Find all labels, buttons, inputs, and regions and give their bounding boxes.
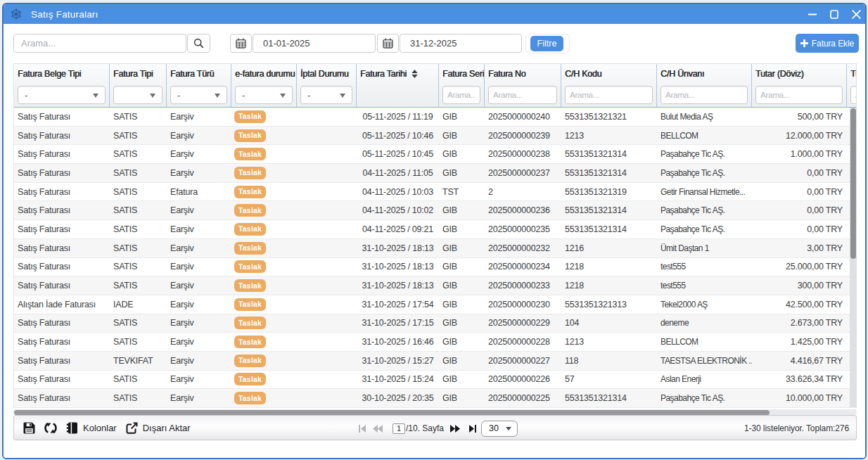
status-badge[interactable]: Taslak [234,317,266,329]
table-row[interactable]: Satış FaturasıSATISEarşivTaslak05-11-202… [14,108,857,127]
table-row[interactable]: Satış FaturasıTEVKIFATEarşivTaslak31-10-… [14,352,857,371]
table-row[interactable]: Satış FaturasıSATISEarşivTaslak30-10-202… [14,389,857,408]
column-header-11[interactable]: Tu [847,64,857,83]
search-input[interactable] [13,34,186,53]
column-header-9[interactable]: C/H Ünvanı [657,64,752,83]
status-badge[interactable]: Taslak [234,129,266,142]
table-row[interactable]: Satış FaturasıSATISEarşivTaslak05-11-202… [14,127,857,146]
table-cell: 1218 [561,258,657,276]
status-badge[interactable]: Taslak [234,373,266,385]
table-row[interactable]: Satış FaturasıSATISEarşivTaslak04-11-202… [14,220,857,239]
status-badge[interactable]: Taslak [234,336,266,348]
column-filter-cell-8 [561,83,657,107]
status-badge[interactable]: Taslak [234,298,266,311]
table-cell [297,127,357,145]
columns-icon [66,422,78,434]
search-button[interactable] [187,34,210,53]
status-badge[interactable]: Taslak [234,392,266,404]
table-row[interactable]: Satış FaturasıSATISEfaturaTaslak04-11-20… [14,183,857,202]
save-button[interactable] [23,422,35,434]
filter-select-4[interactable]: - [300,86,352,104]
close-button[interactable] [852,10,861,19]
table-cell: 118 [561,352,657,370]
horizontal-scrollbar-thumb[interactable] [14,410,770,415]
export-button[interactable]: Dışarı Aktar [126,422,191,434]
first-page-button[interactable] [359,425,366,433]
filter-select-3[interactable]: - [235,86,293,104]
filter-select-2[interactable]: - [170,86,227,104]
table-cell: GIB [439,201,485,219]
column-header-8[interactable]: C/H Kodu [561,64,657,83]
status-badge[interactable]: Taslak [234,204,266,217]
date-to-input[interactable] [400,34,522,53]
column-header-2[interactable]: Fatura Türü [167,64,231,83]
status-badge[interactable]: Taslak [234,186,266,198]
table-cell: 31-10-2025 / 16:46 [357,333,439,351]
previous-page-icon [373,425,383,433]
column-header-5[interactable]: Fatura Tarihi [357,64,439,83]
table-row[interactable]: Satış FaturasıSATISEarşivTaslak04-11-202… [14,201,857,220]
minimize-button[interactable] [808,10,817,18]
column-header-7[interactable]: Fatura No [485,64,561,83]
column-header-0[interactable]: Fatura Belge Tipi [14,64,110,83]
filter-input-6[interactable] [442,86,480,104]
column-header-4[interactable]: İptal Durumu [297,64,357,83]
table-row[interactable]: Satış FaturasıSATISEarşivTaslak31-10-202… [14,333,857,352]
table-header: Fatura Belge TipiFatura TipiFatura Türüe… [14,63,857,108]
vertical-scrollbar[interactable] [850,108,856,407]
table-cell: 0,00 TRY [752,201,847,219]
filter-button-wrap: Filtre [525,34,570,53]
table-cell: Satış Faturası [14,220,110,238]
status-badge[interactable]: Taslak [234,148,266,160]
date-from-input[interactable] [253,34,376,53]
filter-input-8[interactable] [565,86,653,104]
vertical-scrollbar-thumb[interactable] [850,108,856,259]
status-badge[interactable]: Taslak [234,167,266,179]
previous-page-button[interactable] [373,425,383,433]
table-cell: 500,00 TRY [752,108,847,126]
column-header-10[interactable]: Tutar (Döviz) [752,64,847,83]
table-cell: Satış Faturası [14,314,110,333]
next-page-button[interactable] [450,425,460,433]
column-header-3[interactable]: e-fatura durumu [231,64,297,83]
table-cell: SATIS [110,389,167,407]
table-row[interactable]: Satış FaturasıSATISEarşivTaslak31-10-202… [14,276,857,295]
last-page-button[interactable] [469,425,476,433]
status-badge[interactable]: Taslak [234,242,266,255]
table-cell: 31-10-2025 / 18:13 [357,239,439,257]
filter-select-1[interactable] [113,86,162,104]
filter-input-9[interactable] [660,86,748,104]
table-row[interactable]: Satış FaturasıSATISEarşivTaslak31-10-202… [14,314,857,333]
table-row[interactable]: Alıştan İade FaturasıIADEEarşivTaslak31-… [14,295,857,314]
columns-button[interactable]: Kolonlar [66,422,117,434]
add-invoice-button[interactable]: Fatura Ekle [796,34,859,53]
filter-input-11[interactable] [850,86,857,104]
table-row[interactable]: Satış FaturasıSATISEarşivTaslak31-10-202… [14,371,857,390]
filter-input-10[interactable] [755,86,843,104]
filter-input-7[interactable] [488,86,557,104]
refresh-button[interactable] [44,422,57,434]
status-badge[interactable]: Taslak [234,110,266,123]
status-badge[interactable]: Taslak [234,260,266,273]
status-badge[interactable]: Taslak [234,354,266,367]
table-row[interactable]: Satış FaturasıSATISEarşivTaslak04-11-202… [14,164,857,183]
table-cell: 104 [561,314,657,333]
calendar-from-button[interactable] [230,34,252,53]
table-row[interactable]: Satış FaturasıSATISEarşivTaslak31-10-202… [14,239,857,258]
column-header-6[interactable]: Fatura Seri [439,64,485,83]
maximize-button[interactable] [830,10,838,19]
filter-select-0[interactable]: - [18,86,106,104]
status-badge[interactable]: Taslak [234,279,266,292]
horizontal-scrollbar[interactable] [13,409,857,415]
status-badge[interactable]: Taslak [234,223,266,236]
table-cell: 5531351321313 [561,295,657,314]
column-header-1[interactable]: Fatura Tipi [110,64,167,83]
calendar-icon [236,38,246,49]
table-row[interactable]: Satış FaturasıSATISEarşivTaslak31-10-202… [14,258,857,277]
filter-button[interactable]: Filtre [530,36,563,51]
table-cell: Earşiv [167,314,231,333]
table-row[interactable]: Satış FaturasıSATISEarşivTaslak05-11-202… [14,145,857,164]
page-size-select[interactable]: 30 [481,421,518,437]
calendar-to-button[interactable] [377,34,399,53]
page-number-input[interactable] [392,423,405,434]
